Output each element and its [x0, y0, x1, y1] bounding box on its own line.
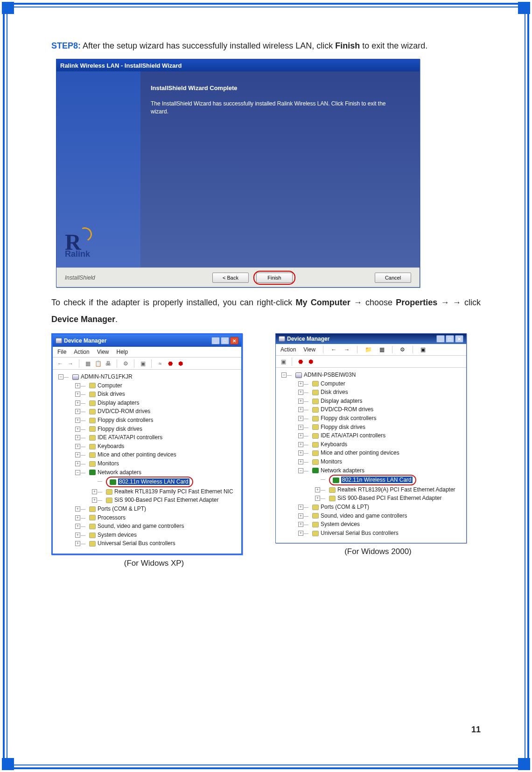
- device-icon: [329, 496, 336, 501]
- tree-item[interactable]: +Processors: [81, 513, 239, 522]
- tree-item[interactable]: +Display adapters: [81, 399, 239, 407]
- tree-item[interactable]: +Floppy disk controllers: [304, 414, 464, 423]
- p2-arrow2: →: [437, 298, 452, 307]
- maximize-icon[interactable]: □: [221, 337, 229, 344]
- device-icon: [89, 541, 96, 547]
- device-icon: [312, 531, 319, 536]
- tree-item[interactable]: +Computer: [81, 381, 239, 390]
- tree-item[interactable]: +DVD/CD-ROM drives: [81, 407, 239, 416]
- toolbar-icon[interactable]: 📋: [94, 360, 102, 367]
- device-manager-row: Device Manager _ □ ✕ File Action View He…: [51, 333, 481, 568]
- back-button[interactable]: < Back: [212, 273, 249, 283]
- tree-wlan-card[interactable]: 802.11n Wireless LAN Card: [98, 477, 239, 487]
- close-icon[interactable]: ✕: [230, 337, 238, 344]
- p2-end: .: [115, 315, 118, 324]
- netadapters-label: Network adapters: [321, 467, 364, 474]
- tree-item[interactable]: +Floppy disk drives: [81, 425, 239, 434]
- check-adapter-paragraph: To check if the adapter is properly inst…: [51, 294, 481, 328]
- tree-item-label: Ports (COM & LPT): [98, 505, 146, 512]
- p2-pre: To check if the adapter is properly inst…: [51, 298, 295, 307]
- tree-item[interactable]: +Keyboards: [304, 440, 464, 449]
- tree-item[interactable]: +SiS 900-Based PCI Fast Ethernet Adapter: [321, 494, 464, 503]
- toolbar-icon[interactable]: ▣: [139, 360, 147, 367]
- tree-item[interactable]: +Sound, video and game controllers: [304, 512, 464, 520]
- tree-item[interactable]: +Keyboards: [81, 442, 239, 451]
- nav-back-icon[interactable]: ←: [331, 346, 336, 353]
- toolbar-icon[interactable]: ≈: [156, 360, 164, 367]
- tree-root[interactable]: −ADMIN-PSBEIW03N +Computer+Disk drives+D…: [287, 371, 464, 537]
- tree-item-label: Disk drives: [321, 389, 348, 395]
- ralink-logo: R Ralink: [65, 236, 90, 259]
- nav-fwd-icon[interactable]: →: [67, 360, 74, 367]
- tree-wlan-card[interactable]: 802.11n Wireless LAN Card: [321, 475, 464, 485]
- toolbar-icon[interactable]: ⬢: [307, 358, 315, 365]
- cancel-button[interactable]: Cancel: [375, 273, 411, 283]
- tree-item[interactable]: +Disk drives: [81, 390, 239, 399]
- finish-button[interactable]: Finish: [256, 273, 293, 283]
- toolbar-icon[interactable]: ▦: [84, 360, 91, 367]
- device-icon: [89, 506, 96, 512]
- tree-item[interactable]: +Monitors: [81, 459, 239, 468]
- tree-item[interactable]: +Realtek RTL8139(A) PCI Fast Ethernet Ad…: [321, 485, 464, 494]
- toolbar-icon[interactable]: ⚙: [122, 360, 129, 367]
- toolbar-icon[interactable]: 🖶: [105, 360, 112, 367]
- tree-item[interactable]: +Computer: [304, 379, 464, 388]
- tree-item[interactable]: +Floppy disk controllers: [81, 416, 239, 425]
- tree-item[interactable]: +Sound, video and game controllers: [81, 522, 239, 531]
- tree-item[interactable]: +DVD/CD-ROM drives: [304, 405, 464, 414]
- tree-item[interactable]: +Display adapters: [304, 397, 464, 406]
- dm-xp-tree: −ADMIN-N7LG1FKJR +Computer+Disk drives+D…: [53, 370, 241, 554]
- tree-item[interactable]: +Realtek RTL8139 Family PCI Fast Etherne…: [98, 487, 239, 496]
- tree-item[interactable]: +Universal Serial Bus controllers: [304, 529, 464, 538]
- tree-item[interactable]: +Mice and other pointing devices: [81, 450, 239, 459]
- page-number: 11: [471, 725, 481, 735]
- tree-item-label: Floppy disk drives: [321, 424, 365, 430]
- toolbar-icon[interactable]: ⬣: [297, 358, 304, 365]
- dm-2k-titlebar: Device Manager _ □ ✕: [276, 334, 466, 344]
- tree-item[interactable]: +Floppy disk drives: [304, 423, 464, 432]
- tree-network-adapters[interactable]: −Network adapters 802.11n Wireless LAN C…: [304, 466, 464, 503]
- tree-item[interactable]: +Mice and other pointing devices: [304, 449, 464, 457]
- tree-root[interactable]: −ADMIN-N7LG1FKJR +Computer+Disk drives+D…: [64, 372, 239, 548]
- close-icon[interactable]: ✕: [455, 335, 463, 343]
- toolbar-icon[interactable]: 📁: [365, 346, 372, 353]
- tree-item[interactable]: +SiS 900-Based PCI Fast Ethernet Adapter: [98, 496, 239, 505]
- toolbar-icon[interactable]: ⬣: [167, 360, 174, 367]
- device-icon: [89, 383, 96, 388]
- maximize-icon[interactable]: □: [446, 335, 454, 343]
- tree-item[interactable]: +Disk drives: [304, 388, 464, 397]
- menu-action[interactable]: Action: [74, 349, 89, 355]
- tree-item[interactable]: +System devices: [81, 531, 239, 540]
- toolbar-icon[interactable]: ⬢: [177, 360, 184, 367]
- w2k-after-list: +Ports (COM & LPT)+Sound, video and game…: [302, 503, 464, 537]
- tree-item[interactable]: +Ports (COM & LPT): [304, 503, 464, 512]
- device-icon: [89, 409, 96, 414]
- toolbar-icon[interactable]: ▣: [280, 358, 287, 365]
- nav-fwd-icon[interactable]: →: [344, 346, 350, 353]
- tree-network-adapters[interactable]: −Network adapters 802.11n Wireless LAN C…: [81, 468, 239, 505]
- nav-back-icon[interactable]: ←: [56, 360, 64, 367]
- minimize-icon[interactable]: _: [211, 337, 220, 344]
- tree-item-label: Display adapters: [98, 400, 139, 406]
- menu-view[interactable]: View: [303, 346, 315, 353]
- tree-item[interactable]: +IDE ATA/ATAPI controllers: [304, 431, 464, 440]
- menu-view[interactable]: View: [97, 349, 109, 355]
- device-icon: [312, 459, 319, 465]
- menu-file[interactable]: File: [57, 349, 66, 355]
- tree-item[interactable]: +Monitors: [304, 457, 464, 466]
- netadapters-label: Network adapters: [98, 469, 141, 476]
- menu-action[interactable]: Action: [280, 346, 296, 353]
- minimize-icon[interactable]: _: [436, 335, 445, 343]
- tree-item[interactable]: +System devices: [304, 520, 464, 529]
- tree-item[interactable]: +Universal Serial Bus controllers: [81, 539, 239, 548]
- dm-xp-toolbar: ← → ▦ 📋 🖶 ⚙ ▣ ≈ ⬣ ⬢: [53, 358, 241, 370]
- step-text-2: to exit the wizard.: [360, 41, 427, 50]
- tree-item-label: Sound, video and game controllers: [321, 512, 407, 519]
- tree-item[interactable]: +Ports (COM & LPT): [81, 505, 239, 513]
- menu-help[interactable]: Help: [117, 349, 128, 355]
- toolbar-icon[interactable]: ▣: [420, 346, 426, 353]
- tree-item-label: Sound, video and game controllers: [98, 523, 184, 529]
- toolbar-icon[interactable]: ▦: [379, 346, 385, 353]
- tree-item[interactable]: +IDE ATA/ATAPI controllers: [81, 433, 239, 442]
- toolbar-icon[interactable]: ⚙: [400, 346, 405, 353]
